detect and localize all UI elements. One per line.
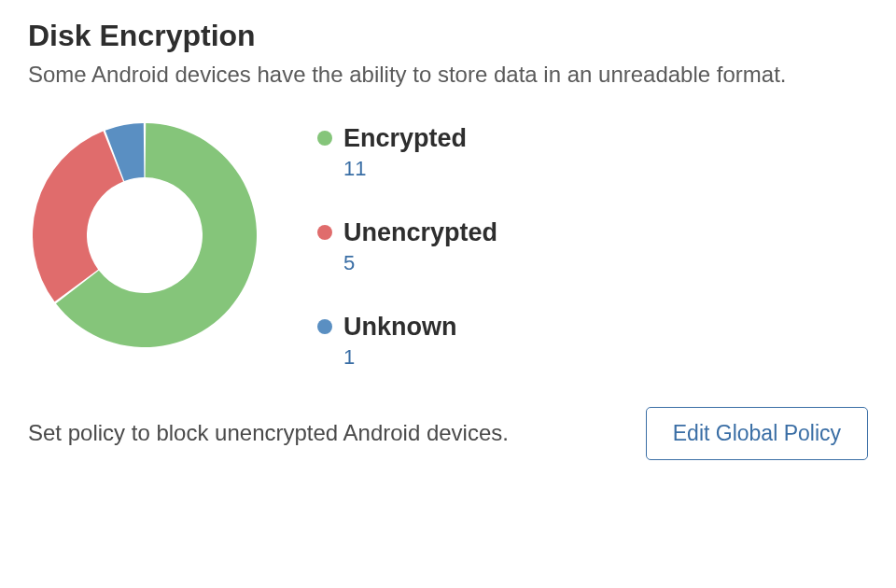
legend-value-encrypted: 11 xyxy=(343,157,497,181)
legend-label-unknown: Unknown xyxy=(343,313,457,342)
legend-item-unknown[interactable]: Unknown 1 xyxy=(317,313,497,370)
legend: Encrypted 11 Unencrypted 5 Unknown 1 xyxy=(317,119,497,370)
legend-dot-encrypted xyxy=(317,131,332,146)
legend-item-encrypted[interactable]: Encrypted 11 xyxy=(317,124,497,181)
legend-dot-unencrypted xyxy=(317,225,332,240)
legend-label-encrypted: Encrypted xyxy=(343,124,467,153)
legend-value-unknown: 1 xyxy=(343,345,497,370)
section-title: Disk Encryption xyxy=(28,19,868,53)
donut-chart xyxy=(28,119,261,352)
edit-global-policy-button[interactable]: Edit Global Policy xyxy=(646,407,868,460)
legend-dot-unknown xyxy=(317,319,332,334)
legend-label-unencrypted: Unencrypted xyxy=(343,218,497,247)
footer-row: Set policy to block unencrypted Android … xyxy=(28,407,868,460)
section-subtitle: Some Android devices have the ability to… xyxy=(28,59,793,91)
footer-text: Set policy to block unencrypted Android … xyxy=(28,420,509,446)
legend-value-unencrypted: 5 xyxy=(343,251,497,275)
donut-slice-unencrypted[interactable] xyxy=(33,131,123,301)
legend-item-unencrypted[interactable]: Unencrypted 5 xyxy=(317,218,497,275)
chart-row: Encrypted 11 Unencrypted 5 Unknown 1 xyxy=(28,119,868,370)
